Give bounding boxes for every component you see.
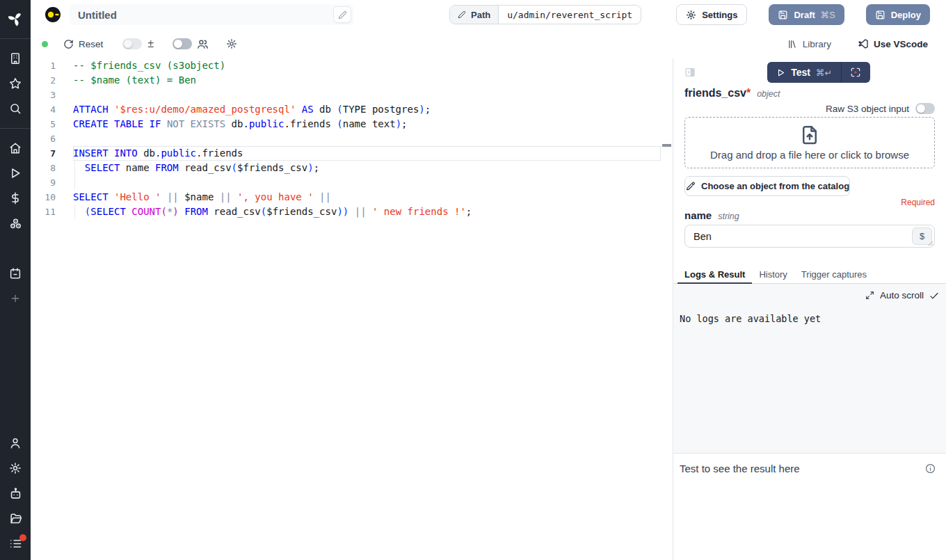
arg-name-label: name — [684, 209, 712, 221]
folder-open-icon[interactable] — [0, 506, 31, 531]
code-line[interactable]: 8 SELECT name FROM read_csv($friends_csv… — [31, 161, 662, 175]
windmill-logo-icon[interactable] — [0, 6, 31, 31]
capture-icon — [850, 67, 861, 78]
audit-list-icon[interactable] — [0, 531, 31, 556]
arg-name-type: string — [718, 211, 739, 221]
ai-bot-icon[interactable] — [0, 481, 31, 506]
code-line[interactable]: 7INSERT INTO db.public.friends — [31, 146, 662, 161]
code-line[interactable]: 1-- $friends_csv (s3object) — [31, 58, 662, 73]
edit-path-pencil-icon — [458, 10, 466, 19]
indent-guide — [74, 205, 75, 219]
notification-dot — [19, 534, 26, 541]
code-line[interactable]: 10SELECT 'Hello ' || $name || ', you hav… — [31, 190, 662, 205]
code-line[interactable]: 4ATTACH '$res:u/demo/amazed_postgresql' … — [31, 102, 662, 117]
code-lines: 1-- $friends_csv (s3object)2-- $name (te… — [31, 58, 662, 219]
favorites-star-icon[interactable] — [0, 71, 31, 96]
name-input[interactable]: Ben $ — [684, 225, 935, 248]
variables-dollar-icon[interactable] — [0, 186, 31, 211]
save-icon — [875, 10, 885, 20]
line-number[interactable]: 10 — [31, 190, 73, 205]
add-item-plus-icon[interactable] — [0, 286, 31, 311]
resize-handle[interactable] — [928, 241, 933, 246]
path-label: Path — [471, 10, 490, 20]
play-icon — [776, 68, 785, 77]
code-line[interactable]: 6 — [31, 131, 662, 146]
user-icon[interactable] — [0, 431, 31, 456]
diff-toggle[interactable] — [122, 38, 142, 49]
editor-settings-gear-icon[interactable] — [226, 38, 237, 49]
edit-title-button[interactable] — [333, 6, 351, 23]
runs-play-icon[interactable] — [0, 161, 31, 186]
code-line[interactable]: 2-- $name (text) = Ben — [31, 73, 662, 88]
settings-button[interactable]: Settings — [676, 4, 747, 25]
reset-button[interactable]: Reset — [63, 39, 103, 49]
code-editor[interactable]: 1-- $friends_csv (s3object)2-- $name (te… — [31, 58, 673, 560]
use-vscode-button[interactable]: Use VScode — [858, 38, 928, 49]
raw-s3-label: Raw S3 object input — [826, 104, 909, 114]
check-icon — [929, 291, 939, 301]
result-placeholder: Test to see the result here — [680, 463, 800, 474]
line-number[interactable]: 5 — [31, 117, 73, 131]
users-icon — [197, 38, 209, 50]
scrollbar-cursor-marker[interactable] — [662, 144, 671, 147]
plus-minus-icon: ± — [147, 38, 154, 50]
editor-toolbar: Reset ± Library Use VScode — [31, 29, 946, 58]
save-icon — [778, 10, 788, 20]
tab-trigger-captures[interactable]: Trigger captures — [794, 266, 874, 283]
collapse-panel-icon[interactable] — [684, 67, 696, 78]
test-button[interactable]: Test ⌘↵ — [767, 62, 841, 83]
choose-object-catalog-button[interactable]: Choose an object from the catalog — [684, 176, 850, 196]
library-icon — [787, 39, 798, 49]
line-number[interactable]: 3 — [31, 88, 73, 102]
refresh-icon — [63, 39, 74, 49]
resources-icon[interactable] — [0, 211, 31, 236]
draft-button[interactable]: Draft ⌘S — [769, 4, 844, 25]
vscode-icon — [858, 38, 869, 49]
line-number[interactable]: 7 — [31, 146, 73, 161]
code-line[interactable]: 11 (SELECT COUNT(*) FROM read_csv($frien… — [31, 205, 662, 219]
name-input-value: Ben — [694, 231, 712, 242]
logs-empty-message: No logs are available yet — [680, 313, 821, 324]
topbar: Untitled Path u/admin/reverent_script Se… — [31, 0, 946, 29]
app-sidebar — [0, 0, 31, 560]
settings-gear-icon[interactable] — [0, 456, 31, 481]
indent-guide — [74, 175, 75, 190]
duckdb-language-icon — [45, 6, 61, 23]
test-shortcut: ⌘↵ — [816, 67, 832, 78]
multiplayer-toggle[interactable] — [173, 38, 192, 49]
file-dropzone[interactable]: Drag and drop a file here or click to br… — [684, 117, 935, 168]
auto-scroll-control[interactable]: Auto scroll — [865, 290, 939, 301]
line-number[interactable]: 4 — [31, 102, 73, 117]
code-line[interactable]: 9 — [31, 175, 662, 190]
line-number[interactable]: 2 — [31, 73, 73, 88]
home-icon[interactable] — [0, 136, 31, 161]
deploy-button[interactable]: Deploy — [866, 4, 930, 25]
code-line[interactable]: 5CREATE TABLE IF NOT EXISTS db.public.fr… — [31, 117, 662, 131]
result-tabs: Logs & Result History Trigger captures — [673, 266, 946, 284]
gear-icon — [686, 10, 696, 20]
draft-shortcut: ⌘S — [821, 10, 835, 20]
raw-s3-toggle[interactable] — [915, 103, 935, 114]
line-number[interactable]: 11 — [31, 205, 73, 219]
script-path-button[interactable]: Path u/admin/reverent_script — [449, 5, 641, 24]
info-icon[interactable] — [925, 463, 936, 474]
dropzone-label: Drag and drop a file here or click to br… — [710, 149, 909, 161]
code-line[interactable]: 3 — [31, 88, 662, 102]
tab-history[interactable]: History — [752, 266, 794, 283]
logs-panel: Auto scroll No logs are available yet — [673, 284, 946, 454]
saved-status-dot — [42, 41, 48, 47]
schedules-calendar-icon[interactable] — [0, 261, 31, 286]
line-number[interactable]: 9 — [31, 175, 73, 190]
path-value: u/admin/reverent_script — [499, 6, 641, 24]
workspace-icon[interactable] — [0, 46, 31, 71]
arg-friends-csv-label: friends_csv* — [684, 87, 751, 99]
script-title-input[interactable]: Untitled — [70, 4, 353, 25]
line-number[interactable]: 8 — [31, 161, 73, 175]
line-number[interactable]: 6 — [31, 131, 73, 146]
search-icon[interactable] — [0, 96, 31, 121]
script-title: Untitled — [78, 9, 333, 21]
library-button[interactable]: Library — [787, 39, 831, 49]
tab-logs-result[interactable]: Logs & Result — [678, 266, 752, 283]
capture-button[interactable] — [842, 62, 870, 83]
line-number[interactable]: 1 — [31, 58, 73, 73]
